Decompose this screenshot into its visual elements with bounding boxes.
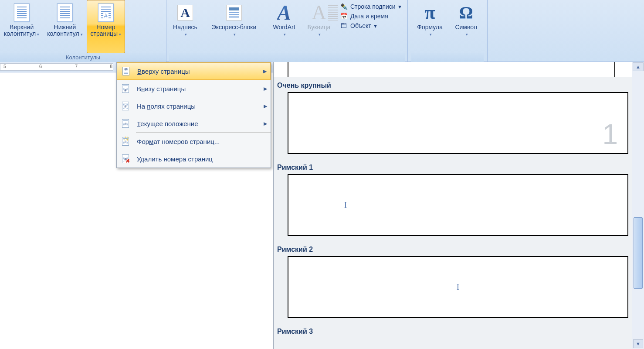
ruler-tick: 8	[110, 64, 112, 69]
gallery-section-title: Римский 3	[274, 323, 632, 338]
menu-top-of-page[interactable]: Вверху страницы ▶	[117, 62, 271, 80]
page-number-gallery: Очень крупный 1 Римский 1 I Римский 2 I …	[273, 62, 632, 349]
page-number-dropdown: Вверху страницы ▶ Внизу страницы ▶ На по…	[116, 62, 271, 168]
label: Символ	[455, 24, 477, 31]
page-icon	[56, 3, 74, 22]
menu-current-position[interactable]: Текущее положение ▶	[117, 115, 271, 132]
menu-bottom-of-page[interactable]: Внизу страницы ▶	[117, 80, 271, 97]
menu-page-margins[interactable]: На полях страницы ▶	[117, 97, 271, 115]
blocks-icon	[225, 3, 243, 22]
gallery-section-title: Очень крупный	[274, 77, 632, 92]
top-header-button[interactable]: Верхний колонтитул▾	[0, 0, 43, 53]
submenu-arrow-icon: ▶	[264, 121, 267, 127]
label: Объект	[350, 22, 371, 29]
object-button[interactable]: 🗔 Объект ▾	[336, 21, 405, 31]
label: Верхний колонтитул	[4, 24, 36, 37]
calendar-icon: 📅	[340, 12, 348, 20]
submenu-arrow-icon: ▶	[263, 68, 267, 74]
label: Нижний колонтитул	[47, 24, 79, 37]
dropdown-arrow-icon: ▾	[37, 32, 39, 37]
symbol-button[interactable]: Ω Символ▾	[449, 0, 484, 53]
label: Формула	[417, 24, 443, 31]
label: Номер страницы	[91, 24, 118, 37]
gallery-item-large-right[interactable]: 1	[288, 92, 628, 154]
dropdown-arrow-icon: ▾	[119, 32, 121, 37]
label: WordArt	[273, 24, 295, 31]
dropdown-arrow-icon: ▾	[398, 3, 401, 10]
object-icon: 🗔	[340, 22, 348, 30]
equation-button[interactable]: π Формула▾	[411, 0, 449, 53]
ribbon-group-text: A Надпись▾ Экспресс-блоки▾ A WordArt▾ A …	[166, 0, 408, 62]
gallery-section-title: Римский 1	[274, 159, 632, 174]
group-label: Колонтитулы	[0, 53, 166, 62]
vertical-scrollbar[interactable]: ▲ ▼	[632, 62, 644, 349]
scrollbar-thumb[interactable]	[634, 217, 643, 289]
dropdown-arrow-icon: ▾	[81, 32, 83, 37]
textbox-button[interactable]: A Надпись▾	[169, 0, 201, 53]
signature-icon: ✒️	[340, 3, 348, 10]
signature-line-button[interactable]: ✒️ Строка подписи ▾	[336, 2, 405, 11]
ruler-tick: 5	[3, 64, 6, 69]
dropdown-arrow-icon: ▾	[185, 32, 187, 37]
page-top-icon	[121, 67, 131, 75]
gallery-item-roman-1[interactable]: I	[288, 174, 628, 236]
dropdown-arrow-icon: ▾	[234, 32, 236, 37]
page-margins-icon	[120, 102, 131, 110]
gallery-section-title: Римский 2	[274, 241, 632, 256]
submenu-arrow-icon: ▶	[264, 86, 267, 92]
dropdown-arrow-icon: ▾	[319, 32, 321, 37]
dropdown-arrow-icon: ▾	[284, 32, 286, 37]
menu-format-numbers[interactable]: ✨ Формат номеров страниц...	[117, 133, 271, 150]
ribbon-group-symbols: π Формула▾ Ω Символ▾	[408, 0, 488, 62]
dropdown-arrow-icon: ▾	[466, 32, 468, 37]
gallery-item-partial[interactable]	[274, 62, 632, 77]
dropdown-arrow-icon: ▾	[374, 22, 377, 29]
gallery-item-roman-2[interactable]: I	[288, 256, 628, 318]
wordart-button[interactable]: A WordArt▾	[267, 0, 302, 53]
ruler-tick: 6	[39, 64, 42, 69]
ribbon-group-headers: Верхний колонтитул▾ Нижний колонтитул▾ Н…	[0, 0, 166, 62]
page-bottom-icon	[120, 84, 131, 93]
textbox-icon: A	[176, 3, 194, 22]
label: Надпись	[173, 24, 197, 31]
page-number-button[interactable]: Номер страницы▾	[87, 0, 125, 53]
date-time-button[interactable]: 📅 Дата и время	[336, 11, 405, 21]
preview-number: I	[457, 283, 459, 292]
submenu-arrow-icon: ▶	[264, 103, 267, 109]
scroll-down-button[interactable]: ▼	[633, 339, 643, 348]
wordart-icon: A	[275, 3, 293, 22]
label: верху страницы	[142, 68, 190, 75]
pi-icon: π	[421, 3, 439, 22]
dropdown-arrow-icon: ▾	[430, 32, 432, 37]
label: Дата и время	[350, 13, 388, 20]
label: Буквица	[307, 24, 330, 31]
menu-remove-numbers[interactable]: ✖ Удалить номера страниц	[117, 150, 271, 168]
preview-number: 1	[602, 118, 618, 151]
ruler-visible	[0, 63, 113, 71]
quick-parts-button[interactable]: Экспресс-блоки▾	[201, 0, 267, 53]
label: Экспресс-блоки	[212, 24, 257, 31]
ribbon: Верхний колонтитул▾ Нижний колонтитул▾ Н…	[0, 0, 644, 62]
omega-icon: Ω	[458, 3, 475, 22]
scroll-up-button[interactable]: ▲	[633, 62, 644, 71]
ruler-tick: 7	[75, 64, 78, 69]
format-icon: ✨	[120, 137, 131, 146]
bottom-header-button[interactable]: Нижний колонтитул▾	[43, 0, 86, 53]
page-current-icon	[120, 119, 131, 128]
preview-number: I	[344, 201, 347, 210]
dropcap-button: A Буквица▾	[302, 0, 336, 53]
dropcap-icon: A	[310, 3, 328, 22]
label: Строка подписи	[350, 3, 396, 10]
group-label	[411, 53, 484, 62]
page-icon	[13, 3, 31, 22]
page-number-icon	[97, 3, 115, 22]
remove-icon: ✖	[120, 154, 131, 163]
group-label	[169, 53, 405, 62]
